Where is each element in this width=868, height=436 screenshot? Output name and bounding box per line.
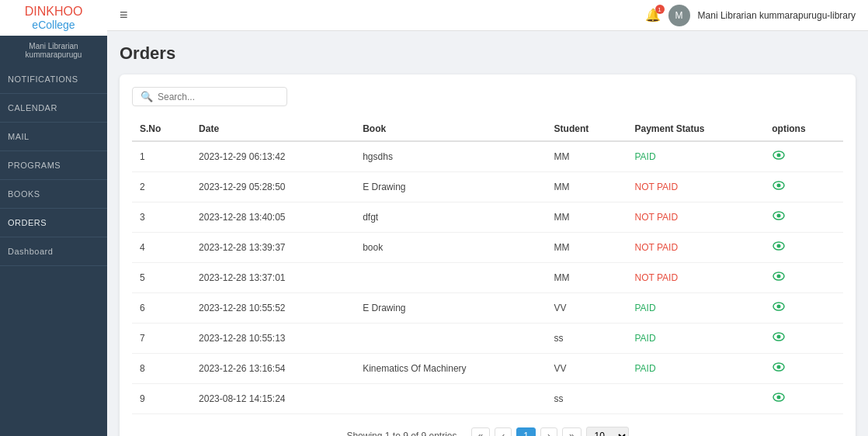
student-cell: ss (547, 324, 627, 354)
sno-cell: 3 (132, 202, 191, 233)
prev-page-btn[interactable]: ‹ (495, 427, 512, 436)
svg-point-17 (777, 396, 781, 400)
table-row: 32023-12-28 13:40:05dfgtMMNOT PAID (132, 202, 843, 233)
date-cell: 2023-08-12 14:15:24 (191, 384, 355, 414)
svg-point-9 (777, 275, 781, 279)
date-cell: 2023-12-26 13:16:54 (191, 354, 355, 384)
options-cell (764, 202, 843, 233)
sidebar-item-dashboard[interactable]: Dashboard (0, 237, 107, 266)
status-cell: PAID (627, 324, 764, 354)
table-row: 52023-12-28 13:37:01MMNOT PAID (132, 263, 843, 293)
status-cell: NOT PAID (627, 172, 764, 202)
sidebar-item-orders[interactable]: ORDERS (0, 209, 107, 237)
user-display-name: Mani Librarian kummarapurugu-library (698, 10, 856, 21)
student-cell: VV (547, 293, 627, 324)
sno-cell: 9 (132, 384, 191, 414)
next-page-btn[interactable]: › (540, 427, 557, 436)
logo-dinkhoo: DINKHOO (25, 5, 83, 19)
per-page-select[interactable]: 102550100 (586, 427, 629, 436)
book-cell: E Drawing (355, 293, 546, 324)
options-cell (764, 293, 843, 324)
sidebar-item-mail[interactable]: MAIL (0, 123, 107, 151)
date-cell: 2023-12-28 13:39:37 (191, 233, 355, 263)
logo-e: e (32, 19, 38, 31)
view-icon[interactable] (772, 363, 786, 376)
search-input[interactable] (158, 92, 279, 102)
book-cell: Kinematics Of Machinery (355, 354, 546, 384)
svg-point-3 (777, 184, 781, 188)
student-cell: MM (547, 233, 627, 263)
book-cell (355, 384, 546, 414)
col-header-options: options (764, 117, 843, 141)
pagination-row: Showing 1 to 9 of 9 entries « ‹ 1 › » 10… (132, 427, 843, 436)
svg-point-13 (777, 335, 781, 339)
options-cell (764, 172, 843, 202)
bell-wrapper: 🔔 1 (645, 8, 661, 22)
book-cell: dfgt (355, 202, 546, 233)
orders-card: 🔍 S.NoDateBookStudentPayment Statusoptio… (120, 74, 856, 436)
view-icon[interactable] (772, 151, 786, 164)
table-row: 42023-12-28 13:39:37bookMMNOT PAID (132, 233, 843, 263)
logo-college: College (38, 19, 75, 31)
table-row: 92023-08-12 14:15:24ss (132, 384, 843, 414)
options-cell (764, 233, 843, 263)
options-cell (764, 384, 843, 414)
book-cell (355, 324, 546, 354)
view-icon[interactable] (772, 272, 786, 285)
col-header-date: Date (191, 117, 355, 141)
status-cell: NOT PAID (627, 263, 764, 293)
table-body: 12023-12-29 06:13:42hgsdhsMMPAID22023-12… (132, 141, 843, 414)
sidebar-item-programs[interactable]: PROGRAMS (0, 151, 107, 180)
orders-table: S.NoDateBookStudentPayment Statusoptions… (132, 117, 843, 414)
first-page-btn[interactable]: « (471, 427, 491, 436)
sno-cell: 7 (132, 324, 191, 354)
date-cell: 2023-12-28 13:37:01 (191, 263, 355, 293)
status-cell: PAID (627, 354, 764, 384)
sidebar-item-books[interactable]: BOOKS (0, 180, 107, 209)
bell-badge: 1 (655, 5, 665, 14)
sidebar-username: Mani Librarian kummarapurugu (0, 36, 107, 65)
date-cell: 2023-12-28 13:40:05 (191, 202, 355, 233)
view-icon[interactable] (772, 212, 786, 225)
sno-cell: 2 (132, 172, 191, 202)
col-header-book: Book (355, 117, 546, 141)
table-row: 82023-12-26 13:16:54Kinematics Of Machin… (132, 354, 843, 384)
view-icon[interactable] (772, 303, 786, 316)
table-row: 12023-12-29 06:13:42hgsdhsMMPAID (132, 141, 843, 172)
col-header-payment-status: Payment Status (627, 117, 764, 141)
date-cell: 2023-12-28 10:55:52 (191, 293, 355, 324)
topbar-left: ≡ (120, 7, 128, 23)
last-page-btn[interactable]: » (562, 427, 582, 436)
table-row: 22023-12-29 05:28:50E DrawingMMNOT PAID (132, 172, 843, 202)
view-icon[interactable] (772, 242, 786, 255)
student-cell: MM (547, 141, 627, 172)
search-wrapper: 🔍 (132, 87, 287, 106)
student-cell: VV (547, 354, 627, 384)
page-1-btn[interactable]: 1 (516, 427, 536, 436)
table-header-row: S.NoDateBookStudentPayment Statusoptions (132, 117, 843, 141)
book-cell: book (355, 233, 546, 263)
sidebar-item-calendar[interactable]: CALENDAR (0, 94, 107, 123)
sidebar-item-notifications[interactable]: NOTIFICATIONS (0, 65, 107, 94)
sidebar: DINKHOO e College Mani Librarian kummara… (0, 0, 107, 436)
status-cell: PAID (627, 141, 764, 172)
student-cell: ss (547, 384, 627, 414)
date-cell: 2023-12-29 05:28:50 (191, 172, 355, 202)
sno-cell: 8 (132, 354, 191, 384)
book-cell: E Drawing (355, 172, 546, 202)
book-cell (355, 263, 546, 293)
hamburger-icon[interactable]: ≡ (120, 7, 128, 23)
student-cell: MM (547, 172, 627, 202)
sno-cell: 4 (132, 233, 191, 263)
pagination-info: Showing 1 to 9 of 9 entries (346, 431, 457, 436)
date-cell: 2023-12-28 10:55:13 (191, 324, 355, 354)
sidebar-nav: NOTIFICATIONSCALENDARMAILPROGRAMSBOOKSOR… (0, 65, 107, 436)
view-icon[interactable] (772, 182, 786, 195)
view-icon[interactable] (772, 393, 786, 407)
options-cell (764, 263, 843, 293)
status-cell: NOT PAID (627, 233, 764, 263)
view-icon[interactable] (772, 333, 786, 346)
table-header: S.NoDateBookStudentPayment Statusoptions (132, 117, 843, 141)
book-cell: hgsdhs (355, 141, 546, 172)
student-cell: MM (547, 202, 627, 233)
